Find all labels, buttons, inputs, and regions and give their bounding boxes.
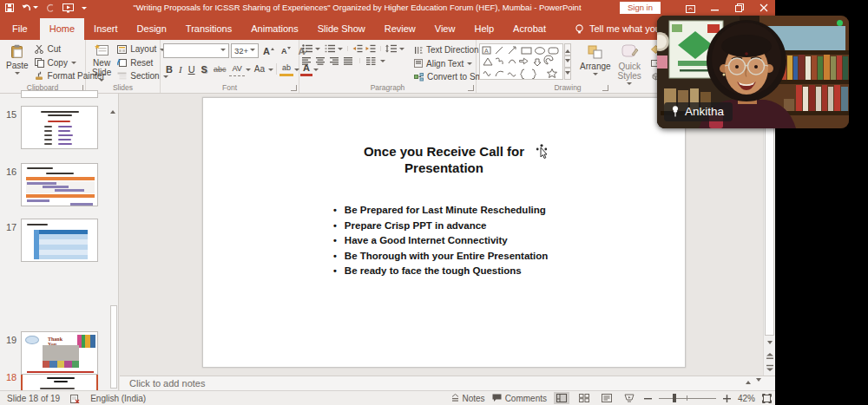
tab-animations[interactable]: Animations (241, 18, 307, 40)
slideshow-view-button[interactable] (621, 392, 637, 404)
customize-qat-icon[interactable] (82, 0, 87, 16)
participant-name: Ankitha (685, 105, 724, 118)
tab-slideshow[interactable]: Slide Show (308, 18, 375, 40)
change-case-button[interactable]: Aa (252, 62, 267, 76)
minimize-icon[interactable] (711, 3, 720, 12)
sign-in-button[interactable]: Sign in (620, 2, 661, 14)
highlight-color-button[interactable]: ab (279, 62, 293, 76)
participant-name-tag: Ankitha (664, 102, 733, 121)
slide-editing-area[interactable]: Once you Receive Call for Presentation B… (120, 94, 763, 376)
zoom-level[interactable]: 42% (738, 394, 755, 403)
arrange-button[interactable]: Arrange (576, 42, 615, 78)
comments-toggle[interactable]: Comments (492, 394, 547, 403)
shapes-scroll-down (564, 56, 571, 68)
numbering-button[interactable] (325, 44, 335, 53)
slide-sorter-view-button[interactable] (576, 392, 592, 404)
tab-acrobat[interactable]: Acrobat (503, 18, 556, 40)
tab-transitions[interactable]: Transitions (176, 18, 241, 40)
tab-help[interactable]: Help (464, 18, 503, 40)
previous-slide-button[interactable] (764, 350, 776, 362)
notes-pane[interactable]: Click to add notes (120, 376, 775, 390)
slide-thumbnail[interactable]: Thank You (21, 331, 98, 375)
decrease-indent-button[interactable] (352, 44, 363, 53)
shrink-font-button[interactable]: A (279, 43, 294, 58)
layout-icon (117, 45, 127, 54)
text-shadow-button[interactable]: S (199, 62, 210, 76)
tab-file[interactable]: File (0, 18, 40, 40)
underline-button[interactable]: U (186, 62, 198, 76)
quick-access-toolbar (5, 0, 87, 16)
slide-thumbnail-panel: 15 16 17 (0, 94, 119, 390)
shapes-gallery[interactable]: A (479, 43, 563, 80)
tab-home[interactable]: Home (40, 18, 84, 40)
font-size-combo[interactable]: 32+ (231, 43, 259, 58)
grow-font-button[interactable]: A (260, 43, 277, 58)
smartart-icon (414, 73, 424, 82)
shapes-gallery-scroll[interactable] (564, 43, 571, 80)
quick-styles-icon (620, 44, 639, 60)
close-icon[interactable] (760, 3, 768, 12)
slide-indicator[interactable]: Slide 18 of 19 (7, 394, 60, 403)
paste-button[interactable]: Paste (3, 42, 32, 77)
normal-view-button[interactable] (554, 392, 569, 404)
undo-icon[interactable] (22, 3, 38, 12)
spellcheck-icon[interactable] (70, 394, 80, 403)
language-indicator[interactable]: English (India) (90, 394, 146, 403)
slide-thumbnail[interactable] (21, 163, 98, 206)
zoom-slider[interactable] (659, 398, 716, 399)
align-center-button[interactable] (316, 57, 326, 65)
bullets-button[interactable] (302, 44, 312, 53)
notes-scroll-buttons[interactable] (746, 378, 761, 384)
zoom-in-button[interactable] (723, 395, 731, 402)
font-name-combo[interactable] (163, 43, 229, 58)
slide-thumbnail[interactable] (21, 106, 98, 149)
scroll-down-icon[interactable] (764, 338, 776, 349)
next-slide-button[interactable] (764, 362, 776, 373)
main-scrollbar[interactable] (763, 94, 775, 376)
drawing-group: A (477, 40, 685, 93)
participant-video-tile[interactable]: Ankitha (657, 16, 849, 128)
notes-toggle[interactable]: Notes (451, 394, 485, 403)
align-left-button[interactable] (302, 57, 312, 65)
bullet-item: Be ready to face the tough Questions (333, 264, 548, 279)
tab-review[interactable]: Review (375, 18, 425, 40)
slide-body[interactable]: Be Prepared for Last Minute Rescheduling… (333, 203, 548, 279)
slide-thumbnail-partial[interactable] (21, 90, 98, 98)
align-text-icon (414, 59, 423, 68)
main-scrollbar-thumb[interactable] (765, 96, 774, 336)
fit-to-window-icon[interactable] (762, 394, 772, 403)
increase-indent-button[interactable] (365, 44, 376, 53)
tab-view[interactable]: View (425, 18, 465, 40)
columns-button[interactable] (366, 57, 376, 65)
slide-thumbnail[interactable] (21, 219, 98, 262)
bullet-item: Have a Good Internet Connectivity (333, 233, 548, 249)
ribbon-display-options-icon[interactable] (686, 3, 695, 13)
strikethrough-button[interactable]: abc (211, 62, 229, 76)
save-icon[interactable] (5, 3, 14, 12)
new-slide-button[interactable]: New Slide (89, 42, 115, 84)
tab-design[interactable]: Design (128, 18, 176, 40)
reading-view-button[interactable] (599, 392, 615, 404)
quick-styles-button[interactable]: Quick Styles (615, 42, 645, 88)
format-painter-icon (35, 71, 44, 81)
justify-button[interactable] (344, 57, 353, 65)
thumbnail-scrollbar[interactable] (109, 94, 118, 390)
bullet-item: Prepare Crisp PPT in advance (333, 219, 548, 234)
font-dialog-launcher[interactable] (291, 85, 297, 91)
current-slide[interactable]: Once you Receive Call for Presentation B… (202, 97, 686, 368)
zoom-out-button[interactable] (644, 395, 652, 402)
zoom-slider-thumb[interactable] (673, 394, 676, 402)
font-group: 32+ A A A̷ B I U S abc AV Aa ab A Font (161, 40, 299, 93)
italic-button[interactable]: I (176, 62, 185, 76)
tab-insert[interactable]: Insert (84, 18, 128, 40)
restore-icon[interactable] (735, 3, 744, 12)
drawing-dialog-launcher[interactable] (602, 85, 608, 91)
pin-icon (671, 106, 680, 117)
line-spacing-button[interactable] (385, 44, 397, 53)
align-right-button[interactable] (330, 57, 339, 65)
character-spacing-button[interactable]: AV (229, 62, 244, 76)
bold-button[interactable]: B (163, 62, 175, 76)
start-slideshow-icon[interactable] (62, 3, 74, 13)
slide-title[interactable]: Once you Receive Call for Presentation (203, 143, 685, 176)
redo-icon[interactable] (46, 3, 55, 12)
